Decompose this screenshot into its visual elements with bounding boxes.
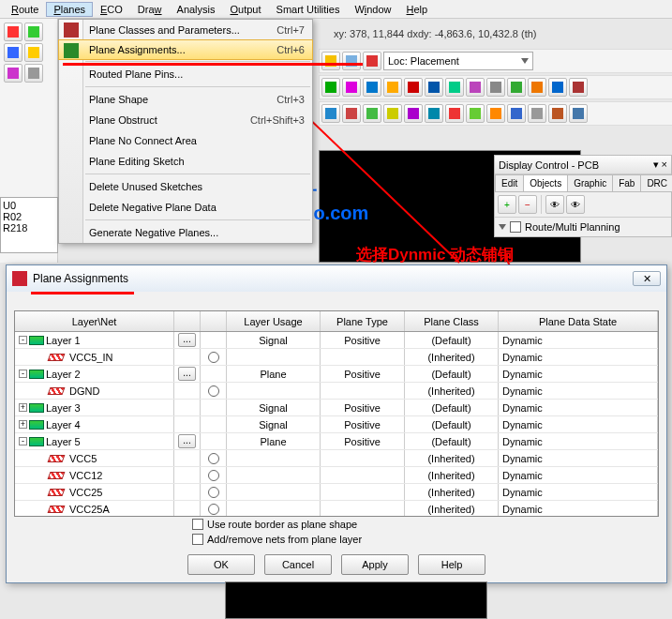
cell-pstate[interactable]: Dynamic xyxy=(499,400,658,415)
tool-button[interactable] xyxy=(548,104,567,123)
col-layernet[interactable]: Layer\Net xyxy=(15,311,174,331)
net-select-radio[interactable] xyxy=(208,385,219,397)
tool-button[interactable] xyxy=(24,64,43,83)
cell-pstate[interactable]: Dynamic xyxy=(499,383,658,399)
net-select-radio[interactable] xyxy=(208,453,219,464)
cell-ptype[interactable] xyxy=(321,484,405,500)
tool-button[interactable] xyxy=(24,23,43,41)
tool-button[interactable] xyxy=(4,64,22,83)
tool-button[interactable] xyxy=(321,52,340,70)
tool-button[interactable] xyxy=(363,104,381,123)
cell-pstate[interactable]: Dynamic xyxy=(499,484,658,500)
tab-edit[interactable]: Edit xyxy=(495,174,524,191)
tool-button[interactable] xyxy=(528,78,546,97)
net-select-radio[interactable] xyxy=(208,487,219,498)
tool-button[interactable] xyxy=(466,78,485,97)
mi-routed-pins[interactable]: Routed Plane Pins... xyxy=(59,64,312,84)
cell-ptype[interactable] xyxy=(321,349,405,365)
cell-pstate[interactable]: Dynamic xyxy=(499,349,658,365)
tool-button[interactable] xyxy=(383,104,402,123)
tool-button[interactable] xyxy=(425,104,443,123)
menu-analysis[interactable]: Analysis xyxy=(170,2,223,17)
list-item[interactable]: R02 xyxy=(3,211,55,222)
table-row[interactable]: -Layer 1...SignalPositive(Default)Dynami… xyxy=(15,332,658,349)
cell-usage[interactable] xyxy=(227,383,321,399)
tool-button[interactable] xyxy=(445,104,464,123)
table-row[interactable]: +Layer 3SignalPositive(Default)Dynamic xyxy=(15,400,658,416)
browse-nets-button[interactable]: ... xyxy=(178,367,196,381)
help-button[interactable]: Help xyxy=(418,554,485,575)
cell-usage[interactable] xyxy=(227,349,321,365)
tool-button[interactable] xyxy=(321,104,340,123)
expand-icon[interactable] xyxy=(499,224,506,230)
tool-button[interactable] xyxy=(569,78,588,97)
cell-pstate[interactable]: Dynamic xyxy=(499,433,658,449)
expand-toggle[interactable]: - xyxy=(19,437,27,445)
tool-button[interactable] xyxy=(425,78,443,97)
cell-usage[interactable]: Plane xyxy=(227,366,321,382)
browse-nets-button[interactable]: ... xyxy=(178,434,196,448)
expand-toggle[interactable]: - xyxy=(19,336,27,344)
tool-button[interactable] xyxy=(548,78,567,97)
tool-button[interactable] xyxy=(466,104,485,123)
col-pstate[interactable]: Plane Data State xyxy=(499,311,658,331)
ok-button[interactable]: OK xyxy=(187,554,255,575)
tool-button[interactable] xyxy=(507,104,526,123)
col-usage[interactable]: Layer Usage xyxy=(227,311,321,331)
expand-toggle[interactable]: + xyxy=(19,403,27,412)
net-select-radio[interactable] xyxy=(208,504,219,515)
cancel-button[interactable]: Cancel xyxy=(264,554,332,575)
menu-smart[interactable]: Smart Utilities xyxy=(269,2,348,17)
net-list[interactable]: U0 R02 R218 xyxy=(0,197,58,253)
table-row[interactable]: VCC5(Inherited)Dynamic xyxy=(15,450,658,467)
apply-button[interactable]: Apply xyxy=(341,554,409,575)
menu-output[interactable]: Output xyxy=(223,2,269,17)
mi-gen-negative[interactable]: Generate Negative Planes... xyxy=(59,222,312,243)
cell-ptype[interactable]: Positive xyxy=(321,366,405,382)
cell-ptype[interactable] xyxy=(321,383,405,399)
cell-usage[interactable]: Signal xyxy=(227,332,321,348)
cell-usage[interactable] xyxy=(227,484,321,500)
route-multi-checkbox[interactable] xyxy=(510,221,521,233)
tab-drc[interactable]: DRC xyxy=(640,174,672,191)
use-route-border-checkbox[interactable] xyxy=(192,519,203,530)
expand-toggle[interactable]: + xyxy=(19,420,27,429)
mi-plane-noconn[interactable]: Plane No Connect Area xyxy=(59,130,312,151)
tool-button[interactable] xyxy=(321,78,340,97)
tool-button[interactable] xyxy=(404,104,423,123)
cell-usage[interactable]: Plane xyxy=(227,433,321,449)
mi-plane-editsketch[interactable]: Plane Editing Sketch xyxy=(59,151,312,172)
mi-plane-obstruct[interactable]: Plane ObstructCtrl+Shift+3 xyxy=(59,110,312,130)
table-row[interactable]: +Layer 4SignalPositive(Default)Dynamic xyxy=(15,416,658,433)
minus-button[interactable]: − xyxy=(518,195,537,214)
cell-pstate[interactable]: Dynamic xyxy=(499,416,658,432)
cell-usage[interactable]: Signal xyxy=(227,400,321,415)
tool-button[interactable] xyxy=(486,104,505,123)
add-remove-nets-checkbox[interactable] xyxy=(192,534,203,545)
tool-button[interactable] xyxy=(486,78,505,97)
list-item[interactable]: U0 xyxy=(3,200,55,211)
cell-pstate[interactable]: Dynamic xyxy=(499,450,658,466)
net-select-radio[interactable] xyxy=(208,352,219,363)
menu-help[interactable]: Help xyxy=(399,2,436,17)
tool-button[interactable] xyxy=(507,78,526,97)
table-row[interactable]: VCC25(Inherited)Dynamic xyxy=(15,484,658,501)
table-row[interactable]: -Layer 2...PlanePositive(Default)Dynamic xyxy=(15,366,658,383)
net-select-radio[interactable] xyxy=(208,470,219,481)
tool-button[interactable] xyxy=(363,52,381,70)
cell-ptype[interactable] xyxy=(321,467,405,483)
tab-graphic[interactable]: Graphic xyxy=(567,174,613,191)
mi-plane-classes[interactable]: Plane Classes and Parameters... Ctrl+7 xyxy=(59,20,312,40)
browse-nets-button[interactable]: ... xyxy=(178,333,196,347)
cell-ptype[interactable] xyxy=(321,450,405,466)
design-canvas[interactable] xyxy=(225,581,487,619)
table-row[interactable]: VCC12(Inherited)Dynamic xyxy=(15,467,658,484)
cell-usage[interactable] xyxy=(227,501,321,517)
eye-button[interactable]: 👁 xyxy=(566,195,585,214)
dialog-titlebar[interactable]: Plane Assignments ✕ xyxy=(7,265,666,292)
expand-toggle[interactable]: - xyxy=(19,370,27,378)
cell-usage[interactable] xyxy=(227,450,321,466)
cell-ptype[interactable]: Positive xyxy=(321,416,405,432)
menu-eco[interactable]: ECO xyxy=(93,2,130,17)
tool-button[interactable] xyxy=(383,78,402,97)
